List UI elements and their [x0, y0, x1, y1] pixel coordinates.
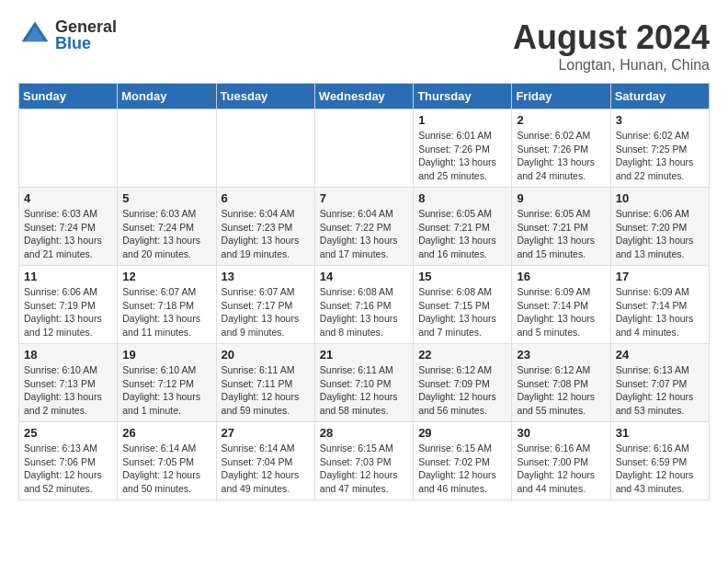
calendar-cell: 15Sunrise: 6:08 AM Sunset: 7:15 PM Dayli…: [414, 266, 512, 344]
weekday-header: Wednesday: [314, 84, 413, 109]
day-info: Sunrise: 6:06 AM Sunset: 7:20 PM Dayligh…: [616, 207, 704, 261]
title-block: August 2024 Longtan, Hunan, China: [513, 18, 710, 74]
day-info: Sunrise: 6:03 AM Sunset: 7:24 PM Dayligh…: [122, 207, 210, 261]
logo-general: General: [55, 18, 117, 35]
day-number: 22: [418, 348, 506, 362]
weekday-header-row: SundayMondayTuesdayWednesdayThursdayFrid…: [19, 84, 710, 109]
calendar-cell: [19, 109, 118, 188]
day-number: 25: [24, 426, 112, 440]
day-number: 7: [320, 191, 408, 205]
day-info: Sunrise: 6:08 AM Sunset: 7:16 PM Dayligh…: [320, 285, 408, 339]
day-number: 18: [24, 348, 112, 362]
day-info: Sunrise: 6:10 AM Sunset: 7:13 PM Dayligh…: [24, 363, 112, 418]
weekday-header: Friday: [512, 84, 610, 109]
calendar-cell: 9Sunrise: 6:05 AM Sunset: 7:21 PM Daylig…: [512, 188, 610, 266]
day-info: Sunrise: 6:09 AM Sunset: 7:14 PM Dayligh…: [616, 285, 704, 339]
day-number: 23: [517, 348, 605, 362]
calendar-cell: 10Sunrise: 6:06 AM Sunset: 7:20 PM Dayli…: [610, 188, 709, 266]
day-info: Sunrise: 6:02 AM Sunset: 7:25 PM Dayligh…: [616, 129, 704, 183]
logo-icon: [18, 18, 51, 52]
day-info: Sunrise: 6:12 AM Sunset: 7:09 PM Dayligh…: [418, 363, 506, 418]
day-info: Sunrise: 6:14 AM Sunset: 7:04 PM Dayligh…: [222, 442, 310, 496]
calendar-cell: 7Sunrise: 6:04 AM Sunset: 7:22 PM Daylig…: [314, 188, 413, 266]
calendar-cell: 13Sunrise: 6:07 AM Sunset: 7:17 PM Dayli…: [216, 266, 314, 344]
day-info: Sunrise: 6:15 AM Sunset: 7:03 PM Dayligh…: [320, 442, 408, 496]
day-info: Sunrise: 6:07 AM Sunset: 7:18 PM Dayligh…: [122, 285, 210, 339]
day-number: 5: [122, 191, 210, 205]
calendar-cell: 8Sunrise: 6:05 AM Sunset: 7:21 PM Daylig…: [414, 188, 512, 266]
day-info: Sunrise: 6:16 AM Sunset: 6:59 PM Dayligh…: [616, 442, 704, 496]
calendar-cell: 26Sunrise: 6:14 AM Sunset: 7:05 PM Dayli…: [118, 422, 216, 500]
day-info: Sunrise: 6:05 AM Sunset: 7:21 PM Dayligh…: [418, 207, 506, 261]
day-info: Sunrise: 6:11 AM Sunset: 7:11 PM Dayligh…: [222, 363, 310, 418]
weekday-header: Monday: [118, 84, 216, 109]
calendar-week-row: 1Sunrise: 6:01 AM Sunset: 7:26 PM Daylig…: [19, 109, 710, 188]
day-info: Sunrise: 6:04 AM Sunset: 7:23 PM Dayligh…: [222, 207, 310, 261]
calendar-cell: 25Sunrise: 6:13 AM Sunset: 7:06 PM Dayli…: [19, 422, 118, 500]
day-number: 31: [616, 426, 704, 440]
calendar-cell: 24Sunrise: 6:13 AM Sunset: 7:07 PM Dayli…: [610, 344, 709, 422]
day-number: 10: [616, 191, 704, 205]
day-number: 24: [616, 348, 704, 362]
day-number: 17: [616, 270, 704, 283]
day-info: Sunrise: 6:02 AM Sunset: 7:26 PM Dayligh…: [517, 129, 605, 183]
day-info: Sunrise: 6:12 AM Sunset: 7:08 PM Dayligh…: [517, 363, 605, 418]
weekday-header: Tuesday: [216, 84, 314, 109]
calendar-cell: [314, 109, 413, 188]
calendar-cell: 30Sunrise: 6:16 AM Sunset: 7:00 PM Dayli…: [512, 422, 610, 500]
calendar-table: SundayMondayTuesdayWednesdayThursdayFrid…: [18, 83, 710, 500]
calendar-cell: 31Sunrise: 6:16 AM Sunset: 6:59 PM Dayli…: [610, 422, 709, 500]
calendar-cell: 3Sunrise: 6:02 AM Sunset: 7:25 PM Daylig…: [610, 109, 709, 188]
day-number: 28: [320, 426, 408, 440]
calendar-cell: 19Sunrise: 6:10 AM Sunset: 7:12 PM Dayli…: [118, 344, 216, 422]
day-info: Sunrise: 6:16 AM Sunset: 7:00 PM Dayligh…: [517, 442, 605, 496]
calendar-cell: [118, 109, 216, 188]
day-info: Sunrise: 6:08 AM Sunset: 7:15 PM Dayligh…: [418, 285, 506, 339]
day-number: 14: [320, 270, 408, 283]
day-number: 21: [320, 348, 408, 362]
day-number: 26: [122, 426, 210, 440]
day-info: Sunrise: 6:13 AM Sunset: 7:07 PM Dayligh…: [616, 363, 704, 418]
month-year-title: August 2024: [513, 18, 710, 57]
calendar-week-row: 18Sunrise: 6:10 AM Sunset: 7:13 PM Dayli…: [19, 344, 710, 422]
calendar-cell: 23Sunrise: 6:12 AM Sunset: 7:08 PM Dayli…: [512, 344, 610, 422]
day-info: Sunrise: 6:03 AM Sunset: 7:24 PM Dayligh…: [24, 207, 112, 261]
day-number: 9: [517, 191, 605, 205]
calendar-cell: 27Sunrise: 6:14 AM Sunset: 7:04 PM Dayli…: [216, 422, 314, 500]
day-info: Sunrise: 6:13 AM Sunset: 7:06 PM Dayligh…: [24, 442, 112, 496]
calendar-cell: 20Sunrise: 6:11 AM Sunset: 7:11 PM Dayli…: [216, 344, 314, 422]
day-info: Sunrise: 6:15 AM Sunset: 7:02 PM Dayligh…: [418, 442, 506, 496]
day-number: 13: [222, 270, 310, 283]
day-number: 12: [122, 270, 210, 283]
calendar-cell: 17Sunrise: 6:09 AM Sunset: 7:14 PM Dayli…: [610, 266, 709, 344]
calendar-cell: 21Sunrise: 6:11 AM Sunset: 7:10 PM Dayli…: [314, 344, 413, 422]
calendar-week-row: 25Sunrise: 6:13 AM Sunset: 7:06 PM Dayli…: [19, 422, 710, 500]
calendar-cell: 12Sunrise: 6:07 AM Sunset: 7:18 PM Dayli…: [118, 266, 216, 344]
day-info: Sunrise: 6:14 AM Sunset: 7:05 PM Dayligh…: [122, 442, 210, 496]
weekday-header: Sunday: [19, 84, 118, 109]
calendar-cell: 18Sunrise: 6:10 AM Sunset: 7:13 PM Dayli…: [19, 344, 118, 422]
calendar-cell: 14Sunrise: 6:08 AM Sunset: 7:16 PM Dayli…: [314, 266, 413, 344]
calendar-cell: 28Sunrise: 6:15 AM Sunset: 7:03 PM Dayli…: [314, 422, 413, 500]
day-number: 30: [517, 426, 605, 440]
calendar-week-row: 11Sunrise: 6:06 AM Sunset: 7:19 PM Dayli…: [19, 266, 710, 344]
calendar-cell: 16Sunrise: 6:09 AM Sunset: 7:14 PM Dayli…: [512, 266, 610, 344]
day-info: Sunrise: 6:09 AM Sunset: 7:14 PM Dayligh…: [517, 285, 605, 339]
page-header: General Blue August 2024 Longtan, Hunan,…: [18, 18, 710, 74]
day-info: Sunrise: 6:05 AM Sunset: 7:21 PM Dayligh…: [517, 207, 605, 261]
calendar-cell: 4Sunrise: 6:03 AM Sunset: 7:24 PM Daylig…: [19, 188, 118, 266]
day-number: 15: [418, 270, 506, 283]
weekday-header: Saturday: [610, 84, 709, 109]
calendar-cell: 22Sunrise: 6:12 AM Sunset: 7:09 PM Dayli…: [414, 344, 512, 422]
day-info: Sunrise: 6:11 AM Sunset: 7:10 PM Dayligh…: [320, 363, 408, 418]
calendar-cell: 5Sunrise: 6:03 AM Sunset: 7:24 PM Daylig…: [118, 188, 216, 266]
weekday-header: Thursday: [414, 84, 512, 109]
calendar-cell: 29Sunrise: 6:15 AM Sunset: 7:02 PM Dayli…: [414, 422, 512, 500]
day-info: Sunrise: 6:04 AM Sunset: 7:22 PM Dayligh…: [320, 207, 408, 261]
calendar-week-row: 4Sunrise: 6:03 AM Sunset: 7:24 PM Daylig…: [19, 188, 710, 266]
day-number: 29: [418, 426, 506, 440]
calendar-cell: 2Sunrise: 6:02 AM Sunset: 7:26 PM Daylig…: [512, 109, 610, 188]
day-info: Sunrise: 6:10 AM Sunset: 7:12 PM Dayligh…: [122, 363, 210, 418]
logo-blue: Blue: [55, 35, 117, 52]
calendar-cell: 11Sunrise: 6:06 AM Sunset: 7:19 PM Dayli…: [19, 266, 118, 344]
